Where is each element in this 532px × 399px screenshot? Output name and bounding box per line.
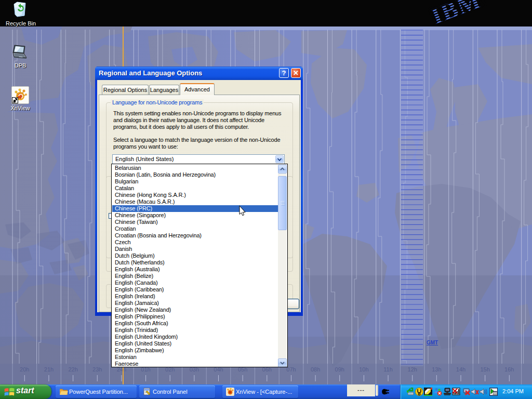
svg-text:20h: 20h (20, 366, 29, 373)
svg-text:23h: 23h (92, 366, 102, 373)
svg-text:14h: 14h (456, 366, 466, 373)
svg-text:07h: 07h (286, 366, 296, 373)
svg-text:10h: 10h (359, 366, 368, 373)
svg-text:16h: 16h (504, 366, 514, 373)
svg-text:09h: 09h (335, 366, 344, 373)
svg-text:15h: 15h (480, 366, 489, 373)
svg-text:GMT: GMT (427, 340, 438, 345)
svg-text:11h: 11h (383, 366, 393, 373)
svg-text:22h: 22h (68, 366, 77, 373)
svg-text:08h: 08h (311, 366, 320, 373)
svg-text:13h: 13h (432, 366, 441, 373)
svg-text:21h: 21h (44, 366, 54, 373)
svg-text:12h: 12h (408, 366, 417, 373)
